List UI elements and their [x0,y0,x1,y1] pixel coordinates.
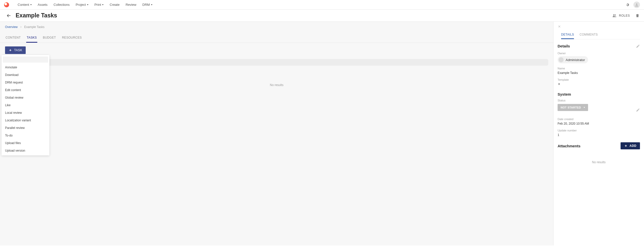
chevron-down-icon [87,4,88,5]
roles-button[interactable]: ROLES [612,13,630,18]
status-label: Status [558,99,640,102]
main-no-results: No results [5,76,548,94]
panel-no-results: No results [558,160,640,164]
chevron-down-icon [584,107,585,108]
dropdown-item[interactable]: To-do [2,132,49,139]
tab-budget[interactable]: BUDGET [42,33,56,43]
nav-item-collections[interactable]: Collections [51,1,73,8]
name-value: Example Tasks [558,71,640,75]
nav-item-drm[interactable]: DRM [139,1,155,8]
dropdown-item[interactable]: Global review [2,94,49,101]
nav-item-review[interactable]: Review [122,1,139,8]
column-header-bar [5,59,548,66]
breadcrumb-overview[interactable]: Overview [5,25,18,29]
dropdown-item[interactable]: DRM request [2,79,49,86]
dropdown-item[interactable]: Local review [2,109,49,117]
dropdown-filter-input[interactable] [3,57,48,63]
chevron-down-icon [151,4,152,5]
nav-item-create[interactable]: Create [107,1,122,8]
svg-point-1 [613,14,615,16]
dropdown-item[interactable]: Upload files [2,139,49,147]
back-arrow-icon[interactable] [6,13,12,18]
delete-icon[interactable] [635,13,640,18]
chevron-right-icon [20,26,22,28]
owner-avatar-icon [559,57,564,62]
nav-item-content[interactable]: Content [15,1,35,8]
dropdown-item[interactable]: Localization variant [2,117,49,124]
status-select[interactable]: NOT STARTED [558,104,588,111]
svg-point-0 [636,3,637,5]
task-type-dropdown: AnnotateDownloadDRM requestEdit contentG… [2,55,49,155]
page-title: Example Tasks [16,12,57,19]
breadcrumb-current: Example Tasks [24,25,44,29]
date-created-value: Feb 20, 2020 10:55 AM [558,122,640,125]
tab-tasks[interactable]: TASKS [26,33,37,43]
template-label: Template [558,78,640,81]
nav-item-print[interactable]: Print [91,1,107,8]
dropdown-item[interactable]: Parallel review [2,124,49,132]
dropdown-item[interactable]: Edit content [2,86,49,94]
system-heading: System [558,92,571,96]
chevron-down-icon [102,4,104,5]
plus-icon [9,48,12,52]
dropdown-item[interactable]: Annotate [2,64,49,71]
dropdown-item[interactable]: Upload version [2,147,49,154]
breadcrumb: Overview Example Tasks [0,22,553,32]
svg-point-2 [615,14,616,15]
date-created-label: Date created [558,118,640,121]
close-icon[interactable] [558,25,640,28]
panel-tab-details[interactable]: DETAILS [561,31,574,39]
people-icon [612,13,617,18]
close-small-icon [558,82,561,86]
user-avatar[interactable] [633,2,640,8]
template-value [558,82,640,86]
tab-resources[interactable]: RESOURCES [61,33,82,43]
chevron-down-icon [30,4,32,5]
name-label: Name [558,67,640,70]
edit-icon[interactable] [636,44,640,48]
dropdown-item[interactable]: Download [2,71,49,79]
nav-item-project[interactable]: Project [73,1,91,8]
tab-content[interactable]: CONTENT [5,33,21,43]
owner-chip[interactable]: Administrator [558,56,588,63]
attachments-heading: Attachments [558,144,581,148]
app-logo[interactable] [4,2,9,7]
details-heading: Details [558,44,570,48]
owner-label: Owner [558,52,640,55]
update-number-label: Update number [558,129,640,132]
gear-icon[interactable] [625,2,630,7]
add-task-button[interactable]: TASK [5,46,26,54]
dropdown-item[interactable]: Like [2,101,49,109]
plus-icon [624,144,628,148]
update-number-value: 1 [558,133,640,137]
panel-tab-comments[interactable]: COMMENTS [579,31,598,39]
edit-icon[interactable] [636,108,640,112]
add-attachment-button[interactable]: ADD [621,142,640,149]
nav-item-assets[interactable]: Assets [35,1,51,8]
